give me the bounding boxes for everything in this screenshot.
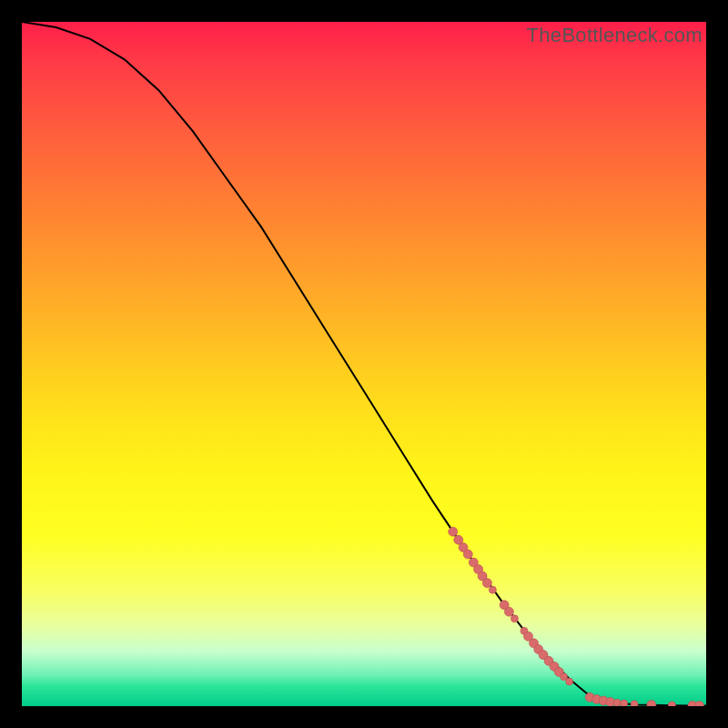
scatter-point bbox=[613, 699, 621, 706]
scatter-point bbox=[504, 607, 513, 616]
scatter-point bbox=[489, 586, 496, 593]
scatter-points bbox=[449, 527, 704, 706]
scatter-point bbox=[566, 678, 573, 685]
plot-area: TheBottleneck.com bbox=[22, 22, 706, 706]
scatter-point bbox=[668, 702, 675, 706]
chart-overlay bbox=[22, 22, 706, 706]
scatter-point bbox=[621, 700, 628, 706]
scatter-point bbox=[631, 701, 638, 706]
scatter-point bbox=[482, 579, 491, 588]
scatter-point bbox=[694, 701, 703, 706]
scatter-point bbox=[463, 550, 472, 559]
chart-frame: TheBottleneck.com bbox=[0, 0, 728, 728]
scatter-point bbox=[647, 701, 656, 707]
bottleneck-curve bbox=[22, 22, 706, 706]
scatter-point bbox=[449, 527, 458, 536]
scatter-point bbox=[511, 615, 518, 622]
